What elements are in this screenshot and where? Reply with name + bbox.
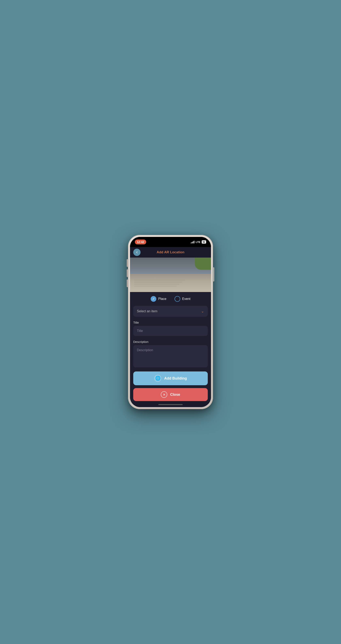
signal-icon [191,240,194,243]
chevron-left-icon [135,251,138,254]
battery-indicator: 92 [202,240,206,244]
close-label: Close [170,392,180,397]
status-bar: 12:42 LTE 92 [130,237,211,247]
close-x-icon: ✕ [161,391,167,398]
nav-bar: Add AR Location [130,247,211,258]
title-field-label: Title [133,321,208,324]
add-building-button[interactable]: 🌐 Add Building [133,372,208,385]
camera-grass [195,258,211,270]
lte-label: LTE [196,240,200,244]
add-building-label: Add Building [164,376,187,380]
back-button[interactable] [133,249,141,256]
radio-place[interactable]: Place [151,296,166,302]
main-content: Place Event Select an item ⌄ Title Title… [130,292,211,402]
camera-preview [130,258,211,292]
place-radio-circle[interactable] [151,296,156,302]
event-radio-circle[interactable] [175,296,180,302]
select-placeholder: Select an item [137,310,157,313]
radio-event[interactable]: Event [175,296,191,302]
notch [156,237,185,243]
chevron-down-icon: ⌄ [201,309,204,314]
phone-frame: 12:42 LTE 92 Add AR Loc [128,235,213,409]
battery-level: 92 [202,240,206,244]
description-field-label: Description [133,340,208,344]
event-radio-label: Event [182,297,191,301]
item-select-dropdown[interactable]: Select an item ⌄ [133,306,208,317]
radio-group: Place Event [133,296,208,302]
status-time: 12:42 [135,240,146,244]
description-input[interactable]: Description [133,345,208,368]
globe-icon: 🌐 [154,375,161,382]
page-title: Add AR Location [141,250,200,254]
place-radio-label: Place [158,297,166,301]
camera-pavement [130,274,211,292]
close-button[interactable]: ✕ Close [133,388,208,401]
status-right: LTE 92 [191,240,206,244]
camera-step-lines [134,280,191,288]
title-input[interactable]: Title [133,326,208,336]
home-bar [158,404,183,405]
phone-screen: 12:42 LTE 92 Add AR Loc [130,237,211,407]
home-indicator [130,402,211,407]
